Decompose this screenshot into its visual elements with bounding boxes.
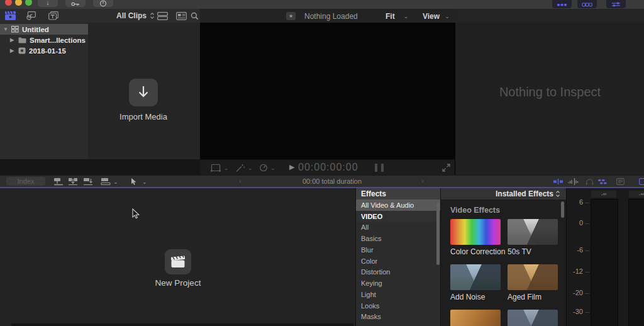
meter-peak-readout: -∞ xyxy=(629,191,644,198)
effects-category-all-video-audio[interactable]: All Video & Audio xyxy=(356,200,441,211)
effects-category-basics[interactable]: Basics xyxy=(356,233,441,244)
insert-edit-button[interactable] xyxy=(68,177,78,186)
mini-audio-meter[interactable] xyxy=(375,164,377,172)
timecode-display[interactable]: 00:00:00:00 xyxy=(298,162,358,173)
next-chevron-icon[interactable]: › xyxy=(421,177,424,184)
download-arrow-icon: ↓ xyxy=(47,0,50,7)
chevron-down-icon[interactable]: ⌄ xyxy=(113,179,118,185)
star-icon: ★ xyxy=(289,14,293,19)
libraries-tab[interactable] xyxy=(4,11,16,20)
close-window-button[interactable] xyxy=(5,0,12,6)
disclosure-open-icon[interactable]: ▼ xyxy=(3,26,8,32)
play-button[interactable]: ▶ xyxy=(289,163,294,171)
browser-pane-toggle-button[interactable] xyxy=(552,0,572,8)
audio-meters-panel: 6 0 -6 -12 -20 -30 -∞ -∞ xyxy=(566,188,644,326)
fit-label: Fit xyxy=(386,12,395,21)
installed-effects-label: Installed Effects xyxy=(496,189,553,198)
effects-category-panel: Effects All Video & Audio VIDEO All Basi… xyxy=(355,188,441,326)
effects-group-video[interactable]: VIDEO xyxy=(356,211,441,222)
updown-chevron-icon xyxy=(555,190,560,198)
inspector-pane-toggle-button[interactable] xyxy=(606,0,626,8)
meter-scale-tick: 0 xyxy=(567,219,583,227)
list-view-button[interactable] xyxy=(176,12,187,20)
solo-toggle-button[interactable] xyxy=(586,179,594,185)
effects-category-masks[interactable]: Masks xyxy=(356,312,441,323)
meter-peak-readout: -∞ xyxy=(591,191,616,198)
disclosure-closed-icon[interactable]: ▶ xyxy=(10,48,15,53)
effect-thumb[interactable] xyxy=(450,310,501,326)
video-effects-section-title: Video Effects xyxy=(450,206,500,215)
fullscreen-icon xyxy=(442,164,450,172)
disclosure-closed-icon[interactable]: ▶ xyxy=(10,37,15,43)
skimming-toggle-button[interactable] xyxy=(553,179,564,184)
keyer-toolbar-button[interactable] xyxy=(65,0,86,7)
effects-grid-scrollbar[interactable] xyxy=(561,201,564,218)
library-item-2018-01-15[interactable]: ▶ 2018-01-15 xyxy=(0,45,88,56)
zoom-window-button[interactable] xyxy=(25,0,32,6)
effects-category-blur[interactable]: Blur xyxy=(356,244,441,256)
minimize-window-button[interactable] xyxy=(15,0,22,6)
inspector-empty-message: Nothing to Inspect xyxy=(455,85,644,99)
effects-category-keying[interactable]: Keying xyxy=(356,278,441,289)
index-button[interactable]: Index xyxy=(6,177,45,186)
effects-category-all[interactable]: All xyxy=(356,222,441,233)
filmstrip-view-button[interactable] xyxy=(157,12,168,20)
view-dropdown[interactable]: View ⌄ xyxy=(423,12,450,21)
timeline-pane-toggle-button[interactable] xyxy=(577,0,597,8)
timer-toolbar-button[interactable] xyxy=(93,0,113,7)
previous-chevron-icon[interactable]: ‹ xyxy=(239,177,242,184)
chevron-down-icon[interactable]: ⌄ xyxy=(270,165,275,171)
audio-skimming-toggle-button[interactable] xyxy=(568,178,579,185)
enhancements-button[interactable] xyxy=(235,164,245,172)
library-item-smart-collections[interactable]: ▶ Smart...llections xyxy=(0,35,88,45)
titles-generators-tab[interactable] xyxy=(48,11,59,20)
snapping-toggle-button[interactable] xyxy=(597,179,609,184)
viewer-controls: ⌄ ⌄ ⌄ ▶ 00:00:00:00 xyxy=(200,159,455,176)
transform-tool-button[interactable] xyxy=(211,164,221,172)
chevron-down-icon[interactable]: ⌄ xyxy=(224,165,229,171)
search-button[interactable] xyxy=(191,12,199,20)
new-project-label: New Project xyxy=(128,278,228,288)
retime-button[interactable] xyxy=(259,164,268,172)
installed-effects-dropdown[interactable]: Installed Effects xyxy=(441,188,567,200)
library-grid-icon xyxy=(11,26,19,33)
photos-audio-tab[interactable] xyxy=(25,11,36,20)
pointer-tool-button[interactable] xyxy=(131,177,137,186)
skimming-icon xyxy=(553,179,564,184)
timeline-duration: 00:00 total duration xyxy=(265,177,399,185)
effect-thumb-color-correction[interactable] xyxy=(450,219,501,245)
dots-row-icon xyxy=(557,3,567,7)
effects-browser-panel: Installed Effects Video Effects Color Co… xyxy=(440,188,567,326)
meter-scale-tick: -12 xyxy=(567,267,583,275)
clip-filter-dropdown[interactable]: All Clips xyxy=(116,11,155,20)
new-project-button[interactable] xyxy=(165,249,191,274)
effects-category-looks[interactable]: Looks xyxy=(356,300,441,312)
arrow-pointer-icon xyxy=(131,177,137,186)
mini-audio-meter[interactable] xyxy=(381,164,384,172)
library-item-label: Smart...llections xyxy=(30,37,86,44)
effects-category-color[interactable]: Color xyxy=(356,256,441,267)
effect-thumb[interactable] xyxy=(508,310,558,326)
effects-category-light[interactable]: Light xyxy=(356,289,441,300)
effect-thumb-add-noise[interactable] xyxy=(450,264,501,290)
effects-list-scrollbar[interactable] xyxy=(436,202,440,265)
overwrite-edit-button[interactable] xyxy=(101,177,111,186)
headphones-icon xyxy=(586,179,594,185)
effect-thumb-50s-tv[interactable] xyxy=(508,219,558,245)
import-media-toolbar-button[interactable]: ↓ xyxy=(38,0,58,7)
library-item-untitled[interactable]: ▼ Untitled xyxy=(0,24,88,35)
effects-browser-toggle-button[interactable] xyxy=(616,178,625,185)
connect-edit-button[interactable] xyxy=(53,177,64,186)
effects-category-distortion[interactable]: Distortion xyxy=(356,267,441,278)
append-edit-button[interactable] xyxy=(83,177,93,186)
fullscreen-button[interactable] xyxy=(442,164,450,172)
title-bar: ↓ xyxy=(0,0,644,9)
effect-thumb-aged-film[interactable] xyxy=(508,264,558,290)
effect-name: 50s TV xyxy=(508,247,531,256)
viewer-star-badge[interactable]: ★ xyxy=(286,12,296,20)
media-browser-toggle-button[interactable] xyxy=(639,178,644,185)
chevron-down-icon[interactable]: ⌄ xyxy=(248,165,253,171)
chevron-down-icon[interactable]: ⌄ xyxy=(142,179,147,185)
zoom-fit-dropdown[interactable]: Fit ⌄ xyxy=(386,12,408,21)
import-media-button[interactable] xyxy=(129,79,158,106)
